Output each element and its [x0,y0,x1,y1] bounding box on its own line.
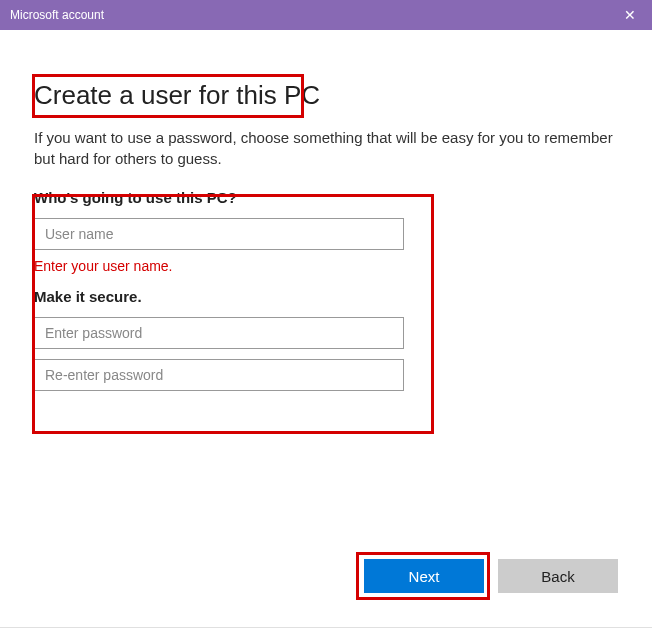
close-button[interactable]: ✕ [607,0,652,30]
username-field[interactable] [34,218,404,250]
create-user-form: Who's going to use this PC? Enter your u… [34,189,434,413]
close-icon: ✕ [624,7,636,23]
window-title: Microsoft account [10,8,104,22]
user-section-label: Who's going to use this PC? [34,189,434,206]
page-subtitle: If you want to use a password, choose so… [34,127,618,169]
secure-section-label: Make it secure. [34,288,434,305]
back-button[interactable]: Back [498,559,618,593]
password-field[interactable] [34,317,404,349]
titlebar: Microsoft account ✕ [0,0,652,30]
next-button[interactable]: Next [364,559,484,593]
reenter-password-field[interactable] [34,359,404,391]
username-error: Enter your user name. [34,258,434,274]
page-title: Create a user for this PC [34,80,320,111]
